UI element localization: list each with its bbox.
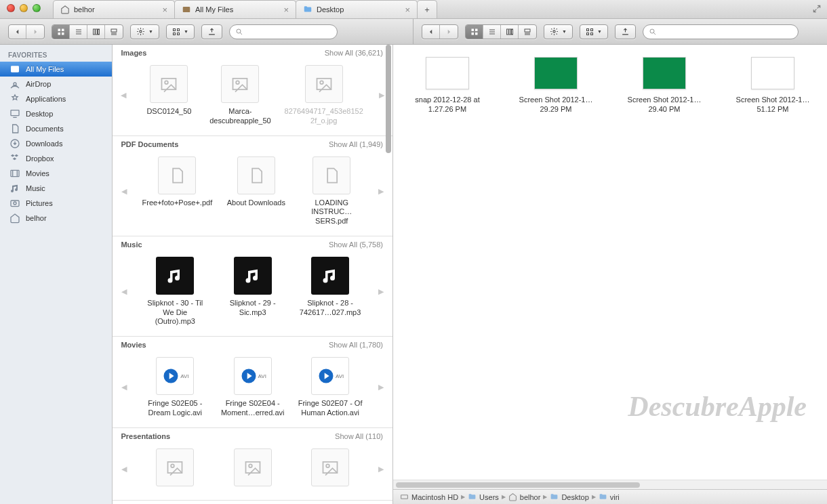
close-tab-icon[interactable]: ×: [283, 5, 289, 15]
home-icon: [508, 492, 517, 501]
new-tab-button[interactable]: ＋: [417, 0, 437, 18]
category-pdf-documents: PDF DocumentsShow All (1,949)◀Free+foto+…: [113, 136, 392, 236]
airdrop-icon: [9, 79, 20, 89]
desktop-file-item[interactable]: Screen Shot 2012-1…29.40 PM: [624, 57, 705, 114]
movies-icon: [9, 168, 20, 179]
search-field[interactable]: [229, 24, 338, 39]
file-item[interactable]: LOADING INSTRUC…SERS.pdf: [300, 156, 363, 226]
icon-view-button[interactable]: [52, 25, 70, 39]
file-item[interactable]: AVIFringe S02E04 - Moment…erred.avi: [220, 357, 285, 418]
tab-all-my-files[interactable]: All My Files ×: [174, 0, 296, 18]
sidebar-item-pictures[interactable]: Pictures: [0, 196, 112, 211]
tab-belhor[interactable]: belhor ×: [53, 0, 175, 18]
svg-rect-1: [58, 28, 60, 31]
svg-rect-35: [586, 28, 588, 30]
search-field[interactable]: [643, 24, 799, 39]
file-item[interactable]: Slipknot - 28 - 742617…027.mp3: [298, 257, 363, 318]
file-label: 8276494717_453e81522f_o.jpg: [283, 107, 365, 126]
show-all-link[interactable]: Show All (1,949): [329, 140, 383, 148]
show-all-link[interactable]: Show All (110): [335, 432, 383, 440]
path-segment[interactable]: Macintosh HD: [400, 492, 458, 501]
path-segment[interactable]: Users: [468, 492, 499, 501]
sidebar-item-documents[interactable]: Documents: [0, 121, 112, 136]
music-file-icon: [234, 257, 272, 295]
file-item[interactable]: [142, 448, 207, 490]
back-button[interactable]: [9, 25, 26, 39]
file-item[interactable]: Slipknot - 29 - Sic.mp3: [220, 257, 285, 318]
sidebar-item-applications[interactable]: Applications: [0, 91, 112, 106]
action-menu-button[interactable]: ▼: [544, 24, 573, 39]
action-menu-button[interactable]: ▼: [130, 24, 159, 39]
sidebar-item-music[interactable]: Music: [0, 181, 112, 196]
file-label: Fringe S02E07 - Of Human Action.avi: [298, 399, 363, 418]
file-item[interactable]: Marca-descubreapple_50: [209, 65, 271, 126]
scroll-left-peek[interactable]: ◀: [118, 448, 130, 490]
scroll-left-peek[interactable]: ◀: [118, 65, 128, 126]
desktop-file-item[interactable]: Screen Shot 2012-1…51.12 PM: [732, 57, 813, 114]
svg-rect-37: [586, 33, 588, 35]
arrange-menu-button[interactable]: ▼: [166, 24, 195, 39]
tab-desktop[interactable]: Desktop ×: [296, 0, 418, 18]
desktop-file-item[interactable]: snap 2012-12-28 at 1.27.26 PM: [407, 57, 488, 114]
forward-button[interactable]: [26, 25, 44, 39]
sidebar: FAVORITES All My FilesAirDropApplication…: [0, 45, 113, 504]
search-icon: [649, 28, 657, 36]
scroll-left-peek[interactable]: ◀: [118, 257, 130, 327]
share-button[interactable]: [615, 24, 636, 39]
file-item[interactable]: AVIFringe S02E07 - Of Human Action.avi: [298, 357, 363, 418]
file-item[interactable]: Slipknot - 30 - Til We Die (Outro).mp3: [142, 257, 207, 327]
svg-rect-23: [471, 33, 474, 35]
file-label: Screen Shot 2012-1…51.12 PM: [732, 95, 813, 114]
scrollbar-horizontal[interactable]: [393, 480, 827, 489]
coverflow-view-button[interactable]: [105, 25, 123, 39]
zoom-window-button[interactable]: [33, 4, 41, 12]
share-button[interactable]: [201, 24, 222, 39]
svg-rect-11: [111, 29, 117, 32]
show-all-link[interactable]: Show All (5,758): [329, 240, 383, 249]
scrollbar-vertical[interactable]: [386, 45, 391, 504]
file-item[interactable]: AVIFringe S02E05 - Dream Logic.avi: [142, 357, 207, 418]
icon-view-button[interactable]: [466, 25, 483, 39]
file-item[interactable]: [220, 448, 285, 490]
coverflow-view-button[interactable]: [519, 25, 536, 39]
close-tab-icon[interactable]: ×: [405, 5, 410, 15]
path-label: Desktop: [561, 493, 588, 501]
file-item[interactable]: [298, 448, 363, 490]
screenshot-thumbnail-icon: [751, 57, 794, 89]
path-segment[interactable]: belhor: [508, 492, 541, 501]
forward-button[interactable]: [440, 25, 458, 39]
sidebar-item-all-my-files[interactable]: All My Files: [0, 62, 112, 77]
sidebar-item-movies[interactable]: Movies: [0, 166, 112, 181]
sidebar-item-desktop[interactable]: Desktop: [0, 106, 112, 121]
scroll-left-peek[interactable]: ◀: [118, 357, 130, 418]
path-segment[interactable]: Desktop: [550, 492, 588, 501]
show-all-link[interactable]: Show All (1,780): [329, 341, 383, 349]
tab-label: All My Files: [195, 5, 233, 14]
minimize-window-button[interactable]: [20, 4, 28, 12]
desktop-file-item[interactable]: Screen Shot 2012-1…29.29 PM: [515, 57, 597, 114]
arrange-menu-button[interactable]: ▼: [580, 24, 608, 39]
sidebar-item-dropbox[interactable]: Dropbox: [0, 151, 112, 166]
search-input[interactable]: [660, 28, 792, 36]
file-item[interactable]: Free+foto+Pose+.pdf: [142, 156, 213, 208]
show-all-link[interactable]: Show All (36,621): [325, 49, 383, 57]
back-button[interactable]: [422, 25, 440, 39]
search-input[interactable]: [247, 28, 340, 36]
column-view-button[interactable]: [501, 25, 519, 39]
path-segment[interactable]: viri: [599, 492, 620, 501]
close-window-button[interactable]: [7, 4, 15, 12]
file-item[interactable]: 8276494717_453e81522f_o.jpg: [283, 65, 365, 126]
list-view-button[interactable]: [70, 25, 87, 39]
disk-icon: [400, 492, 409, 501]
list-view-button[interactable]: [483, 25, 501, 39]
scroll-left-peek[interactable]: ◀: [118, 156, 129, 226]
sidebar-item-airdrop[interactable]: AirDrop: [0, 77, 112, 91]
close-tab-icon[interactable]: ×: [162, 5, 167, 15]
column-view-button[interactable]: [87, 25, 105, 39]
sidebar-item-downloads[interactable]: Downloads: [0, 136, 112, 151]
traffic-lights: [7, 4, 41, 12]
file-item[interactable]: DSC0124_50: [141, 65, 197, 117]
fullscreen-icon[interactable]: [812, 4, 822, 14]
file-item[interactable]: About Downloads: [224, 156, 287, 208]
sidebar-item-belhor[interactable]: belhor: [0, 211, 112, 226]
